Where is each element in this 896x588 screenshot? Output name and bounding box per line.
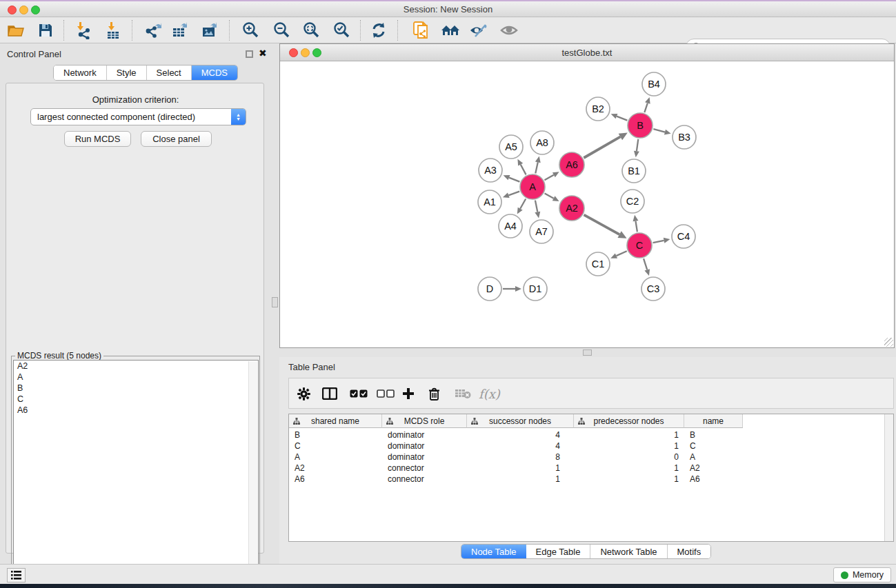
table-scrollbar[interactable] [884, 414, 893, 541]
memory-button[interactable]: Memory [833, 567, 891, 582]
mcds-result-list[interactable]: A2ABCA6 [13, 360, 259, 588]
node-attribute-table[interactable]: shared nameMCDS rolesuccessor nodesprede… [288, 414, 894, 542]
window-resize-grip[interactable] [884, 338, 893, 347]
hide-all-columns-button[interactable] [377, 384, 395, 403]
function-builder-button[interactable]: f(x) [479, 384, 500, 403]
minimize-window-light[interactable] [19, 6, 28, 14]
graph-edge-B-B1[interactable] [637, 139, 638, 151]
table-cell[interactable]: 1 [574, 440, 684, 452]
table-cell[interactable]: 1 [467, 474, 574, 485]
tab-node-table[interactable]: Node Table [461, 545, 526, 558]
show-panels-button[interactable] [7, 568, 26, 582]
mcds-result-item[interactable]: A [14, 372, 258, 383]
table-cell[interactable]: 1 [574, 474, 684, 485]
table-cell[interactable]: C [289, 440, 382, 452]
table-cell[interactable]: 1 [574, 463, 684, 474]
table-settings-button[interactable] [297, 384, 310, 403]
column-header-mcds-role[interactable]: MCDS role [382, 414, 467, 428]
table-cell[interactable]: 8 [467, 452, 574, 463]
run-mcds-button[interactable]: Run MCDS [64, 131, 131, 147]
tab-motifs[interactable]: Motifs [668, 545, 711, 558]
save-session-button[interactable] [35, 21, 56, 40]
show-all-columns-button[interactable] [350, 384, 368, 403]
zoom-out-button[interactable] [271, 21, 292, 40]
tab-mcds[interactable]: MCDS [192, 65, 237, 80]
graph-edge-C-C1[interactable] [616, 251, 626, 256]
column-header-name[interactable]: name [684, 414, 743, 428]
table-cell[interactable]: 0 [574, 452, 684, 463]
graph-edge-A-A3[interactable] [509, 178, 519, 182]
tab-network[interactable]: Network [54, 65, 107, 80]
optimization-criterion-dropdown[interactable]: largest connected component (directed) ▲… [30, 108, 246, 125]
zoom-selected-button[interactable] [331, 21, 352, 40]
graph-edge-A2-C[interactable] [584, 215, 620, 234]
graph-edge-A6-B[interactable] [584, 136, 620, 158]
table-cell[interactable]: A6 [684, 474, 743, 485]
graph-edge-B-B4[interactable] [644, 103, 648, 113]
graph-edge-A-A4[interactable] [520, 199, 526, 208]
hide-details-button[interactable] [468, 21, 488, 40]
minimize-network-window-light[interactable] [301, 48, 310, 57]
graph-edge-B-B3[interactable] [653, 129, 665, 132]
column-header-predecessor-nodes[interactable]: predecessor nodes [574, 414, 684, 428]
export-network-button[interactable] [143, 21, 164, 40]
delete-table-button[interactable] [455, 384, 471, 403]
table-cell[interactable]: 4 [467, 429, 574, 440]
mcds-result-item[interactable]: B [14, 383, 258, 394]
mcds-list-scrollbar[interactable] [248, 361, 257, 588]
table-cell[interactable]: B [684, 429, 743, 440]
horizontal-split-grip[interactable] [583, 349, 592, 356]
graph-edge-A-A5[interactable] [521, 165, 526, 175]
column-header-shared-name[interactable]: shared name [289, 414, 382, 428]
import-network-button[interactable] [73, 21, 94, 40]
show-details-button[interactable] [499, 21, 519, 40]
graph-edge-C-C3[interactable] [644, 258, 647, 270]
zoom-network-window-light[interactable] [312, 48, 321, 57]
table-cell[interactable]: A2 [289, 463, 382, 474]
tab-style[interactable]: Style [107, 65, 147, 80]
graph-edge-A-A7[interactable] [535, 201, 537, 212]
close-panel-icon[interactable]: ✖ [259, 50, 267, 57]
mcds-result-item[interactable]: C [14, 394, 258, 405]
table-cell[interactable]: 1 [574, 429, 684, 440]
table-cell[interactable]: C [684, 440, 743, 452]
table-cell[interactable]: dominator [382, 440, 467, 452]
table-cell[interactable]: 4 [467, 440, 574, 452]
table-cell[interactable]: A2 [684, 463, 743, 474]
first-neighbors-button[interactable] [440, 21, 461, 40]
create-column-button[interactable] [402, 384, 415, 403]
zoom-window-light[interactable] [31, 6, 40, 14]
delete-columns-button[interactable] [428, 384, 440, 403]
refresh-button[interactable] [368, 21, 389, 40]
graph-edge-A-A8[interactable] [535, 162, 538, 173]
table-cell[interactable]: A [684, 452, 743, 463]
network-window-titlebar[interactable]: testGlobe.txt [280, 44, 894, 61]
zoom-fit-button[interactable] [301, 21, 321, 40]
mcds-result-item[interactable]: A6 [14, 405, 258, 416]
graph-edge-B-B2[interactable] [617, 116, 627, 121]
vertical-split-grip[interactable] [272, 297, 278, 307]
table-cell[interactable]: B [289, 429, 382, 440]
export-image-button[interactable] [199, 21, 220, 40]
close-panel-button[interactable]: Close panel [141, 131, 212, 147]
table-cell[interactable]: 1 [467, 463, 574, 474]
network-canvas[interactable]: B4B2BB3A5A8A6A3B1AA1C2A2A4A7C4CC1C3DD1 [280, 62, 894, 347]
zoom-in-button[interactable] [240, 21, 261, 40]
table-cell[interactable]: connector [382, 463, 467, 474]
clone-network-button[interactable] [410, 21, 431, 40]
export-table-button[interactable] [170, 21, 191, 40]
graph-edge-A-A2[interactable] [545, 194, 554, 199]
import-table-button[interactable] [102, 21, 123, 40]
network-graph[interactable]: B4B2BB3A5A8A6A3B1AA1C2A2A4A7C4CC1C3DD1 [280, 62, 894, 347]
graph-edge-A-A1[interactable] [508, 192, 519, 196]
graph-edge-C-C2[interactable] [635, 221, 637, 232]
graph-edge-A-A6[interactable] [544, 175, 553, 181]
table-cell[interactable]: dominator [382, 452, 467, 463]
graph-edge-C-C4[interactable] [653, 241, 664, 243]
table-cell[interactable]: connector [382, 474, 467, 485]
split-columns-button[interactable] [322, 384, 337, 403]
mcds-result-item[interactable]: A2 [14, 361, 258, 372]
column-header-successor-nodes[interactable]: successor nodes [467, 414, 574, 428]
table-cell[interactable]: A6 [289, 474, 382, 485]
table-cell[interactable]: A [289, 452, 382, 463]
